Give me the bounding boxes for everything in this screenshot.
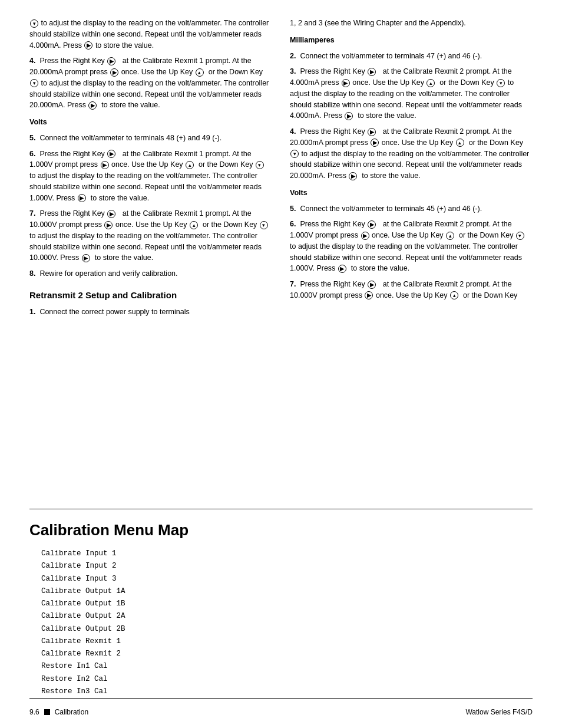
milliamperes-heading: Milliamperes <box>290 35 533 46</box>
down-arrow-icon: ▾ <box>30 19 38 28</box>
calibration-menu-item: Restore In1 Cal <box>41 660 533 673</box>
item-7: 7. Press the Right Key ▶ at the Calibrat… <box>29 208 272 263</box>
section-divider <box>29 509 533 509</box>
right-column: 1, 2 and 3 (see the Wiring Chapter and t… <box>290 18 533 497</box>
item-6: 6. Press the Right Key ▶ at the Calibrat… <box>29 149 272 204</box>
up-key-r3-icon: ▴ <box>427 79 435 87</box>
volts-heading-left: Volts <box>29 117 272 128</box>
right-arrow-r6-icon: ▶ <box>361 232 369 240</box>
right-arrow-r7-icon: ▶ <box>365 291 373 299</box>
right-key-r3-icon: ▶ <box>368 68 376 76</box>
calibration-menu-item: Restore In2 Cal <box>41 673 533 686</box>
calibration-menu-item: Calibrate Input 1 <box>41 548 533 560</box>
up-key-r4-icon: ▴ <box>456 139 464 147</box>
store-r3-icon: ▶ <box>345 112 353 120</box>
store-6-icon: ▶ <box>78 194 86 202</box>
store-arrow-icon: ▶ <box>88 101 97 110</box>
retransmit-item-1: 1. Connect the correct power supply to t… <box>29 307 272 318</box>
down-key-7-icon: ▾ <box>260 221 268 229</box>
item-8: 8. Rewire for operation and verify calib… <box>29 268 272 279</box>
calibration-menu-item: Calibrate Output 2B <box>41 623 533 635</box>
right-arrow-2-icon: ▶ <box>110 68 118 77</box>
footer-square-icon <box>44 709 50 715</box>
right-key-icon: ▶ <box>107 57 115 65</box>
right-item-4: 4. Press the Right Key ▶ at the Calibrat… <box>290 126 533 182</box>
retransmit-heading: Retransmit 2 Setup and Calibration <box>29 289 272 302</box>
volts-heading-right: Volts <box>290 187 533 199</box>
calibration-menu: Calibrate Input 1Calibrate Input 2Calibr… <box>41 548 533 698</box>
calibration-menu-item: Calibrate Input 2 <box>41 560 533 572</box>
up-key-6-icon: ▴ <box>186 161 194 169</box>
right-arrow-icon: ▶ <box>84 41 92 50</box>
left-intro: ▾ to adjust the display to the reading o… <box>29 18 272 51</box>
calibration-section: Calibration Menu Map Calibrate Input 1Ca… <box>29 521 533 698</box>
page: ▾ to adjust the display to the reading o… <box>0 0 562 728</box>
calibration-title: Calibration Menu Map <box>29 521 533 539</box>
right-intro: 1, 2 and 3 (see the Wiring Chapter and t… <box>290 18 533 29</box>
footer-right: Watlow Series F4S/D <box>465 708 533 716</box>
store-7-icon: ▶ <box>82 254 90 262</box>
item-4: 4. Press the Right Key ▶ at the Calibrat… <box>29 55 272 111</box>
footer-page-number: 9.6 <box>29 708 39 716</box>
up-key-r6-icon: ▴ <box>446 232 454 240</box>
calibration-menu-item: Calibrate Input 3 <box>41 573 533 585</box>
up-key-r7-icon: ▴ <box>450 291 458 299</box>
footer-left: 9.6 Calibration <box>29 708 88 716</box>
right-key-r7-icon: ▶ <box>368 281 376 289</box>
right-item-7: 7. Press the Right Key ▶ at the Calibrat… <box>290 279 533 301</box>
down-key-6-icon: ▾ <box>256 161 264 169</box>
right-item-2: 2. Connect the volt/ammeter to terminals… <box>290 51 533 62</box>
calibration-menu-item: Calibrate Output 1A <box>41 585 533 598</box>
right-item-3: 3. Press the Right Key ▶ at the Calibrat… <box>290 66 533 121</box>
two-col-section: ▾ to adjust the display to the reading o… <box>29 18 533 497</box>
store-r6-icon: ▶ <box>338 265 346 273</box>
right-key-7-icon: ▶ <box>107 210 115 218</box>
calibration-menu-item: Restore In3 Cal <box>41 686 533 698</box>
right-key-r4-icon: ▶ <box>368 128 376 136</box>
right-arrow-7-icon: ▶ <box>104 221 113 229</box>
footer-section: Calibration <box>55 708 88 716</box>
footer: 9.6 Calibration Watlow Series F4S/D <box>29 698 533 716</box>
calibration-menu-item: Calibrate Rexmit 2 <box>41 648 533 660</box>
down-key-icon: ▾ <box>30 79 38 87</box>
right-arrow-r3-icon: ▶ <box>342 79 350 87</box>
down-key-r4-icon: ▾ <box>290 150 299 158</box>
right-item-6: 6. Press the Right Key ▶ at the Calibrat… <box>290 219 533 274</box>
right-key-r6-icon: ▶ <box>368 220 376 229</box>
calibration-menu-item: Calibrate Output 1B <box>41 598 533 610</box>
store-r4-icon: ▶ <box>349 172 357 180</box>
up-key-7-icon: ▴ <box>190 221 198 229</box>
right-arrow-r4-icon: ▶ <box>371 139 379 147</box>
calibration-menu-item: Calibrate Rexmit 1 <box>41 635 533 648</box>
item-5: 5. Connect the volt/ammeter to terminals… <box>29 133 272 144</box>
right-key-6-icon: ▶ <box>107 150 115 158</box>
calibration-menu-item: Calibrate Output 2A <box>41 610 533 622</box>
right-item-5: 5. Connect the volt/ammeter to terminals… <box>290 203 533 215</box>
up-key-icon: ▴ <box>196 68 204 77</box>
right-arrow-6-icon: ▶ <box>101 161 109 169</box>
down-key-r3-icon: ▾ <box>497 79 505 87</box>
left-column: ▾ to adjust the display to the reading o… <box>29 18 272 497</box>
down-key-r6-icon: ▾ <box>516 232 524 240</box>
